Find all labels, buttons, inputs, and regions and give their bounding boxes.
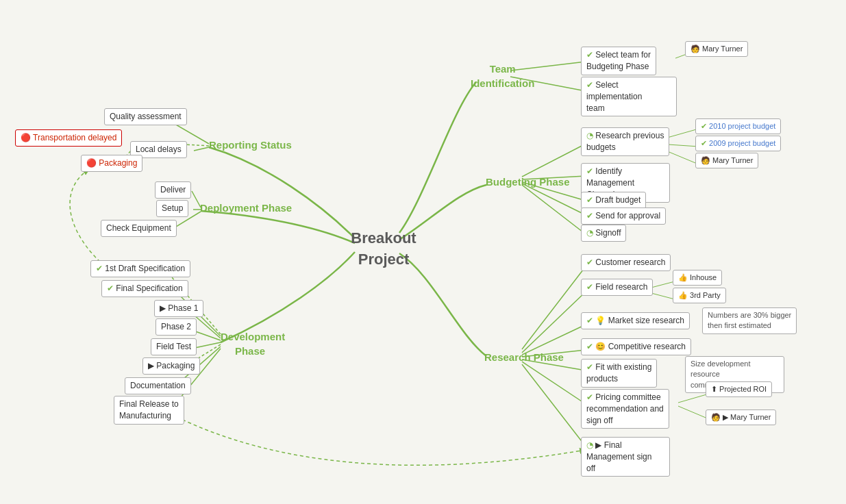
- field-research[interactable]: ✔ Field research: [581, 279, 653, 296]
- svg-line-36: [678, 406, 709, 419]
- fit-existing[interactable]: ✔ Fit with existingproducts: [581, 359, 657, 388]
- final-mgmt-signoff[interactable]: ◔ ▶ Final Management signoff: [581, 437, 670, 477]
- research-budgets[interactable]: ◔ Research previousbudgets: [581, 127, 669, 156]
- mary-turner-3: 🧑 ▶ Mary Turner: [706, 410, 776, 425]
- svg-line-13: [522, 364, 586, 446]
- field-test: Field Test: [151, 338, 197, 355]
- svg-line-6: [522, 185, 586, 234]
- mary-turner-2: 🧑 Mary Turner: [695, 153, 758, 168]
- svg-line-7: [522, 266, 586, 349]
- branch-development: DevelopmentPhase: [216, 327, 284, 360]
- budget-2009[interactable]: ✔ 2009 project budget: [695, 136, 781, 151]
- mary-turner-1: 🧑 Mary Turner: [685, 41, 748, 57]
- final-spec[interactable]: ✔ Final Specification: [101, 280, 188, 297]
- svg-line-12: [522, 362, 586, 404]
- quality-assessment: Quality assessment: [104, 108, 187, 125]
- branch-team: TeamIdentification: [466, 60, 539, 92]
- branch-deployment: Deployment Phase: [195, 199, 297, 217]
- branch-research: Research Phase: [480, 348, 569, 366]
- third-party: 👍 3rd Party: [673, 288, 726, 303]
- select-team-budgeting[interactable]: ✔ Select team forBudgeting Phase: [581, 47, 656, 75]
- select-impl-team[interactable]: ✔ Select implementationteam: [581, 77, 677, 116]
- deliver: Deliver: [155, 181, 191, 199]
- first-draft-spec[interactable]: ✔ 1st Draft Specification: [90, 260, 190, 277]
- documentation: Documentation: [125, 377, 191, 394]
- transportation-delayed: 🔴 Transportation delayed: [15, 129, 122, 147]
- market-size[interactable]: ✔ 💡 Market size research: [581, 312, 690, 329]
- market-size-note: Numbers are 30% biggerthen first estimat…: [702, 307, 797, 334]
- svg-line-2: [522, 144, 586, 177]
- branch-budgeting: Budgeting Phase: [481, 173, 575, 191]
- customer-research[interactable]: ✔ Customer research: [581, 254, 671, 271]
- competitive-research[interactable]: ✔ 😊 Competitive research: [581, 338, 691, 355]
- center-node: Breakout Project: [336, 226, 432, 273]
- packaging-reporting: 🔴 Packaging: [81, 155, 142, 172]
- svg-line-35: [678, 394, 709, 403]
- pricing-committee[interactable]: ✔ Pricing committeerecommendation andsig…: [581, 389, 669, 429]
- check-equipment: Check Equipment: [101, 220, 177, 237]
- branch-reporting: Reporting Status: [204, 136, 297, 154]
- inhouse: 👍 Inhouse: [673, 270, 722, 286]
- packaging-dev: ▶ Packaging: [142, 357, 200, 375]
- draft-budget[interactable]: ✔ Draft budget: [581, 192, 646, 209]
- phase1: ▶ Phase 1: [154, 300, 203, 317]
- phase2: Phase 2: [155, 318, 197, 336]
- send-approval[interactable]: ✔ Send for approval: [581, 207, 666, 225]
- budget-2010[interactable]: ✔ 2010 project budget: [695, 118, 781, 134]
- setup: Setup: [156, 200, 188, 217]
- final-release: Final Release toManufacturing: [114, 396, 184, 425]
- svg-line-8: [522, 292, 586, 353]
- signoff[interactable]: ◔ Signoff: [581, 225, 626, 242]
- projected-roi: ⬆ Projected ROI: [706, 381, 772, 397]
